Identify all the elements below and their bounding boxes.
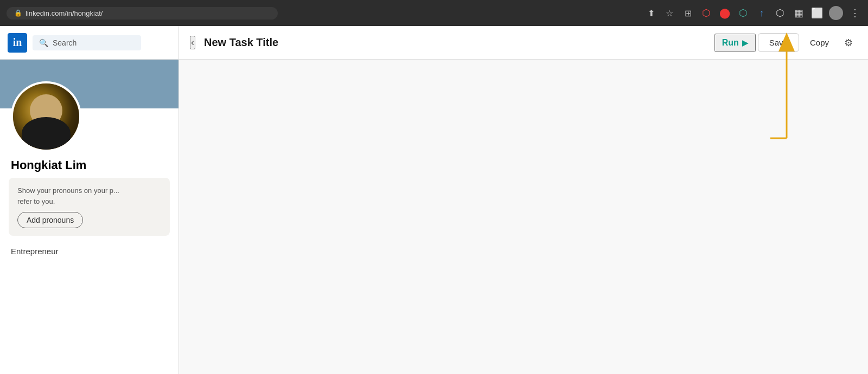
- browser-chrome: 🔒 linkedin.com/in/hongkiat/ ⬆ ☆ ⊞ ⬡ ⬤ ⬡ …: [0, 0, 868, 26]
- back-icon: ‹: [191, 37, 194, 48]
- ext-icon-6[interactable]: ▦: [792, 7, 805, 20]
- linkedin-panel: in 🔍 Search Hongkiat Lim Sh: [0, 26, 179, 374]
- user-avatar[interactable]: [829, 6, 843, 20]
- linkedin-header: in 🔍 Search: [0, 26, 178, 60]
- search-placeholder: Search: [53, 38, 76, 47]
- task-actions: Run ▶ Save Copy ⚙: [714, 33, 857, 53]
- profile-photo: [11, 81, 81, 152]
- linkedin-logo: in: [8, 33, 27, 53]
- page-wrapper: 🔒 linkedin.com/in/hongkiat/ ⬆ ☆ ⊞ ⬡ ⬤ ⬡ …: [0, 0, 868, 374]
- ext-icon-5[interactable]: ⬡: [774, 7, 787, 20]
- task-content-area: [179, 60, 868, 374]
- star-icon[interactable]: ☆: [663, 7, 676, 20]
- url-text: linkedin.com/in/hongkiat/: [25, 9, 103, 17]
- save-button[interactable]: Save: [758, 33, 799, 52]
- add-pronouns-button[interactable]: Add pronouns: [17, 212, 83, 228]
- ext-icon-1[interactable]: ⬡: [700, 7, 713, 20]
- search-icon: 🔍: [39, 38, 48, 47]
- lock-icon: 🔒: [14, 9, 22, 17]
- task-header: ‹ New Task Title Run ▶ Save Copy ⚙: [179, 26, 868, 60]
- back-button[interactable]: ‹: [190, 36, 195, 49]
- main-area: in 🔍 Search Hongkiat Lim Sh: [0, 26, 868, 374]
- share-icon[interactable]: ⬆: [644, 7, 658, 20]
- menu-icon[interactable]: ⋮: [848, 7, 861, 20]
- task-title: New Task Title: [204, 36, 706, 49]
- profile-name: Hongkiat Lim: [0, 152, 178, 172]
- ext-icon-4[interactable]: ↑: [755, 7, 768, 20]
- occupation-text: Entrepreneur: [0, 241, 178, 261]
- browser-actions: ⬆ ☆ ⊞ ⬡ ⬤ ⬡ ↑ ⬡ ▦ ⬜ ⋮: [644, 6, 861, 20]
- settings-icon: ⚙: [844, 37, 853, 48]
- layers-icon[interactable]: ⊞: [681, 7, 694, 20]
- linkedin-search-bar[interactable]: 🔍 Search: [33, 35, 141, 50]
- copy-button[interactable]: Copy: [801, 34, 838, 51]
- pronouns-card: Show your pronouns on your p...refer to …: [9, 178, 170, 236]
- settings-button[interactable]: ⚙: [840, 33, 857, 53]
- ext-icon-3[interactable]: ⬡: [737, 7, 750, 20]
- run-label: Run: [722, 38, 739, 48]
- profile-area: Hongkiat Lim Show your pronouns on your …: [0, 60, 178, 374]
- pronouns-description: Show your pronouns on your p...refer to …: [17, 185, 161, 207]
- task-panel: ‹ New Task Title Run ▶ Save Copy ⚙: [179, 26, 868, 374]
- run-button[interactable]: Run ▶: [714, 34, 756, 52]
- ext-icon-7[interactable]: ⬜: [810, 7, 824, 20]
- run-play-icon: ▶: [742, 38, 748, 47]
- browser-url-bar[interactable]: 🔒 linkedin.com/in/hongkiat/: [7, 7, 278, 20]
- ext-icon-2[interactable]: ⬤: [718, 7, 731, 20]
- profile-photo-wrapper: [0, 81, 178, 152]
- profile-photo-inner: [13, 83, 79, 150]
